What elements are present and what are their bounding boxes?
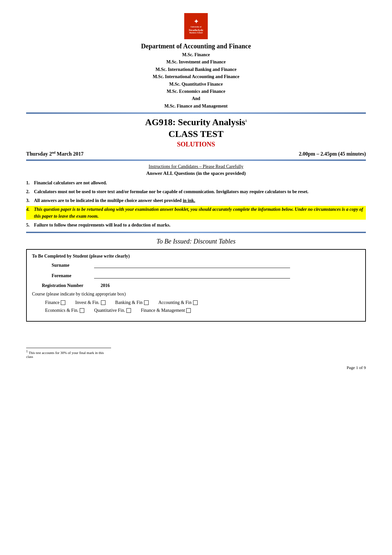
date-time-row: Thursday 2nd March 2017 2.00pm – 2.45pm … (26, 151, 366, 157)
instruction-num-1: 1. (26, 179, 34, 186)
logo-text-top: University of (190, 26, 201, 28)
program-7: And (26, 95, 366, 102)
instruction-2: 2. Calculators must not be used to store… (26, 188, 366, 195)
course-options-row-2: Economics & Fin. Quantitative Fin. Finan… (32, 308, 360, 313)
exam-date: Thursday 2nd March 2017 (26, 151, 84, 157)
checkbox-fin-management[interactable] (186, 308, 191, 313)
forename-line[interactable] (94, 273, 290, 278)
class-test-label: CLASS TEST (26, 129, 366, 139)
surname-row: Surname (32, 262, 360, 268)
course-banking-fin: Banking & Fin (115, 300, 149, 305)
footnote-text: 1 This test accounts for 30% of your fin… (26, 349, 111, 359)
instruction-text-3: All answers are to be indicated in the m… (34, 197, 366, 204)
logo-text-sub: Business School (189, 32, 203, 34)
course-fin-management: Finance & Management (141, 308, 191, 313)
instruction-1: 1. Financial calculators are not allowed… (26, 179, 366, 186)
exam-title: AG918: Security Analysis1 (26, 117, 366, 127)
program-4: M.Sc. International Accounting and Finan… (26, 73, 366, 80)
course-economics: Economics & Fin. (45, 308, 84, 313)
footnote-section: 1 This test accounts for 30% of your fin… (26, 348, 111, 359)
exam-time: 2.00pm – 2.45pm (45 minutes) (299, 151, 366, 157)
checkbox-economics[interactable] (80, 308, 84, 313)
instruction-text-5: Failure to follow these requirements wil… (34, 222, 366, 228)
university-logo: ✦ University of Strathclyde Business Sch… (184, 13, 208, 39)
department-title: Department of Accounting and Finance (26, 42, 366, 50)
instruction-text-4: This question paper is to be returned al… (34, 206, 366, 220)
instruction-num-4: 4. (26, 206, 34, 220)
program-2: M.Sc. Investment and Finance (26, 59, 366, 66)
course-label: Course (please indicate by ticking appro… (32, 292, 360, 297)
bottom-divider (26, 232, 366, 233)
answer-all: Answer ALL Questions (in the spaces prov… (26, 171, 366, 176)
program-1: M.Sc. Finance (26, 51, 366, 59)
reg-label: Registration Number (42, 283, 101, 288)
course-quant-fin: Quantitative Fin. (94, 308, 131, 313)
middle-divider (26, 160, 366, 161)
program-6: M.Sc. Economics and Finance (26, 88, 366, 95)
logo-container: ✦ University of Strathclyde Business Sch… (26, 13, 366, 39)
logo-text-main: Strathclyde (189, 28, 204, 32)
solutions-label: SOLUTIONS (26, 141, 366, 148)
instruction-num-5: 5. (26, 222, 34, 228)
top-divider (26, 112, 366, 114)
checkbox-finance[interactable] (61, 300, 65, 305)
instruction-text-2: Calculators must not be used to store te… (34, 188, 366, 195)
instruction-3: 3. All answers are to be indicated in th… (26, 197, 366, 204)
instructions-header: Instructions for Candidates – Please Rea… (26, 164, 366, 169)
student-box: To Be Completed by Student (please write… (26, 249, 366, 322)
reg-value: 2016 (101, 283, 110, 288)
program-3: M.Sc. International Banking and Finance (26, 66, 366, 73)
instruction-num-2: 2. (26, 188, 34, 195)
instruction-text-1: Financial calculators are not allowed. (34, 179, 366, 186)
instruction-num-3: 3. (26, 197, 34, 204)
surname-line[interactable] (94, 262, 290, 268)
course-invest-fin: Invest & Fin. (75, 300, 105, 305)
instructions-title: Instructions for Candidates – Please Rea… (26, 164, 366, 169)
course-accounting-fin: Accounting & Fin (158, 300, 198, 305)
instructions-list: 1. Financial calculators are not allowed… (26, 179, 366, 228)
instruction-5: 5. Failure to follow these requirements … (26, 222, 366, 228)
reg-row: Registration Number 2016 (32, 283, 360, 288)
header-section: ✦ University of Strathclyde Business Sch… (26, 13, 366, 110)
course-options-row-1: Finance Invest & Fin. Banking & Fin Acco… (32, 300, 360, 305)
checkbox-invest-fin[interactable] (101, 300, 106, 305)
student-box-title: To Be Completed by Student (please write… (32, 254, 360, 259)
page-number: Page 1 of 9 (26, 365, 366, 370)
forename-label: Forename (52, 273, 94, 278)
course-finance: Finance (45, 300, 65, 305)
checkbox-accounting-fin[interactable] (193, 300, 198, 305)
checkbox-banking-fin[interactable] (144, 300, 149, 305)
instruction-4: 4. This question paper is to be returned… (26, 206, 366, 220)
program-5: M.Sc. Quantitative Finance (26, 81, 366, 88)
forename-row: Forename (32, 273, 360, 278)
issued-section: To Be Issued: Discount Tables (26, 238, 366, 245)
programs-list: M.Sc. Finance M.Sc. Investment and Finan… (26, 51, 366, 110)
checkbox-quant-fin[interactable] (126, 308, 131, 313)
surname-label: Surname (52, 263, 94, 268)
program-8: M.Sc. Finance and Management (26, 103, 366, 110)
logo-icon: ✦ (194, 18, 199, 25)
